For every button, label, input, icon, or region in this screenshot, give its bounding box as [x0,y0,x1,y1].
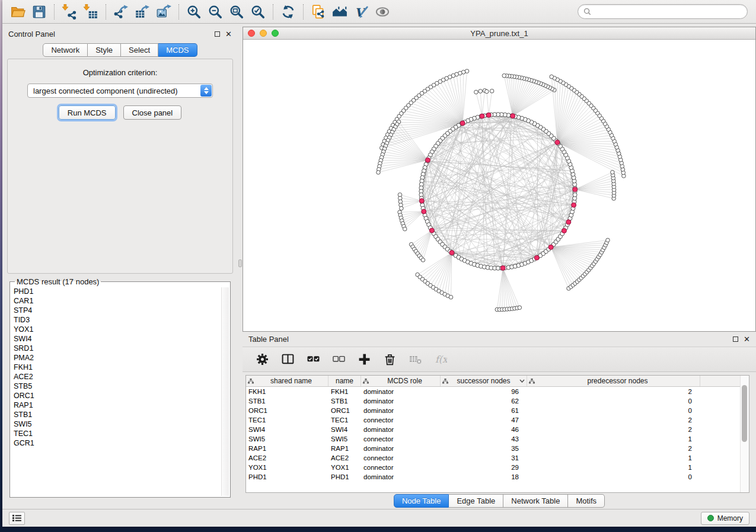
table-cell[interactable]: 0 [527,473,700,480]
style-editor-button[interactable]: V [350,2,372,21]
table-cell[interactable]: YOX1 [328,464,361,471]
table-cell[interactable]: 31 [441,454,527,462]
network-node[interactable] [485,89,489,94]
search-input[interactable] [591,6,747,18]
network-node[interactable] [550,75,554,79]
network-hub-node[interactable] [555,140,560,145]
table-cell[interactable]: 2 [527,445,700,452]
network-node[interactable] [479,89,483,94]
export-network-button[interactable] [110,2,132,21]
table-cell[interactable]: SWI4 [246,426,328,433]
tab-network-table[interactable]: Network Table [503,494,568,508]
zoom-in-button[interactable] [183,2,205,21]
network-hub-node[interactable] [422,209,426,214]
tab-edge-table[interactable]: Edge Table [449,494,503,508]
mcds-result-item[interactable]: SRD1 [14,344,230,353]
network-node[interactable] [611,170,615,174]
close-panel-button[interactable]: Close panel [123,105,182,120]
new-column-button[interactable] [357,352,371,367]
table-cell[interactable]: SWI5 [246,435,328,443]
apply-layout-button[interactable] [277,2,299,21]
mcds-result-item[interactable]: RAP1 [14,400,230,410]
mcds-result-item[interactable]: CAR1 [14,296,230,306]
mcds-result-item[interactable]: PMA2 [14,353,230,363]
table-mode-button[interactable] [255,352,269,367]
table-cell[interactable]: connector [361,464,441,471]
show-networks-button[interactable] [329,2,350,21]
table-row[interactable]: YOX1YOX1connector291 [246,463,740,472]
tab-motifs[interactable]: Motifs [568,494,605,508]
close-table-panel-icon[interactable]: ✕ [744,336,750,342]
network-hub-node[interactable] [566,220,571,225]
tab-mcds[interactable]: MCDS [158,43,197,57]
column-header-shared-name[interactable]: shared name [246,376,328,386]
column-header-MCDS-role[interactable]: MCDS role [361,376,441,386]
table-cell[interactable]: 61 [441,407,527,414]
table-cell[interactable]: RAP1 [328,445,361,452]
network-node[interactable] [606,238,610,242]
import-table-button[interactable] [80,2,101,21]
network-hub-node[interactable] [562,228,566,233]
network-hub-node[interactable] [534,255,539,260]
table-row[interactable]: ORC1ORC1dominator610 [246,406,740,415]
network-node[interactable] [449,295,453,299]
table-cell[interactable]: connector [361,454,441,462]
table-cell[interactable]: 0 [527,407,700,414]
close-panel-icon[interactable]: ✕ [225,31,232,37]
float-table-panel-icon[interactable] [733,336,738,342]
network-node[interactable] [502,73,506,78]
network-hub-node[interactable] [419,198,424,203]
panel-splitter[interactable] [238,24,243,509]
table-cell[interactable]: 1 [527,435,700,443]
delete-columns-button[interactable] [382,352,397,367]
column-header-predecessor-nodes[interactable]: predecessor nodes [527,376,700,386]
network-node[interactable] [377,171,381,175]
network-hub-node[interactable] [480,114,484,118]
table-cell[interactable]: 47 [441,416,527,424]
show-columns-button[interactable] [280,352,295,367]
table-cell[interactable]: 2 [527,416,700,424]
table-row[interactable]: STB1STB1dominator620 [246,396,740,406]
tab-node-table[interactable]: Node Table [394,494,449,508]
float-panel-icon[interactable] [215,31,220,37]
network-node[interactable] [474,90,479,94]
network-node[interactable] [421,258,425,262]
network-node[interactable] [490,89,494,93]
table-cell[interactable]: dominator [361,426,441,433]
table-cell[interactable]: 1 [527,464,700,471]
mcds-list-scrollbar[interactable] [221,287,229,496]
table-cell[interactable]: dominator [361,473,441,480]
memory-button[interactable]: Memory [701,512,749,525]
mcds-result-item[interactable]: ORC1 [14,391,230,400]
network-from-selection-button[interactable] [308,2,329,21]
mcds-result-item[interactable]: GCR1 [14,438,230,448]
mcds-result-item[interactable]: TID3 [14,315,230,325]
table-row[interactable]: FKH1FKH1dominator962 [246,387,740,396]
table-cell[interactable]: SWI5 [328,435,361,443]
select-all-button[interactable] [306,352,320,367]
table-row[interactable]: RAP1RAP1dominator352 [246,444,740,453]
table-cell[interactable]: TEC1 [328,416,361,424]
table-cell[interactable]: TEC1 [246,416,328,424]
table-cell[interactable]: ORC1 [328,407,361,414]
mcds-result-item[interactable]: STP4 [14,306,230,315]
table-cell[interactable]: ACE2 [246,454,328,462]
table-cell[interactable]: dominator [361,445,441,452]
column-header-name[interactable]: name [328,376,361,386]
table-cell[interactable]: connector [361,435,441,443]
deselect-all-button[interactable] [331,352,346,367]
table-cell[interactable]: 35 [441,445,527,452]
export-table-button[interactable] [132,2,153,21]
network-canvas[interactable] [243,40,755,331]
zoom-out-button[interactable] [205,2,226,21]
tab-style[interactable]: Style [88,43,121,57]
mcds-result-item[interactable]: PHD1 [14,287,230,296]
table-cell[interactable]: dominator [361,407,441,414]
network-node[interactable] [400,206,404,210]
table-scrollbar-thumb[interactable] [742,385,747,442]
table-cell[interactable]: connector [361,416,441,424]
table-cell[interactable]: STB1 [328,398,361,405]
zoom-fit-button[interactable] [226,2,247,21]
table-cell[interactable]: dominator [361,398,441,405]
table-cell[interactable]: STB1 [246,398,328,405]
